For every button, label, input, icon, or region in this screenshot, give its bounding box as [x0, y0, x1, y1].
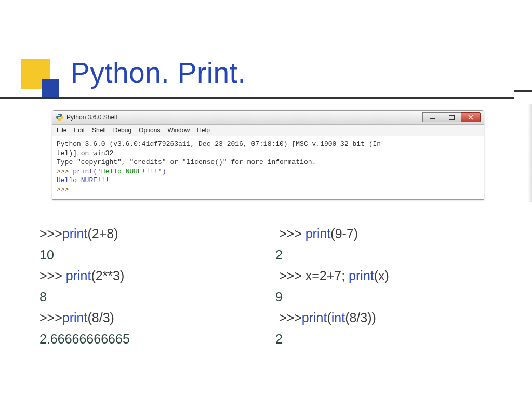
menu-debug[interactable]: Debug	[113, 127, 131, 134]
divider-main	[0, 97, 514, 99]
example-line: >>> print(2**3)	[39, 265, 275, 286]
menu-edit[interactable]: Edit	[74, 127, 85, 134]
menu-file[interactable]: File	[57, 127, 66, 134]
window-titlebar: Python 3.6.0 Shell	[52, 111, 484, 125]
shell-string-arg: 'Hello NURE!!!!'	[97, 168, 162, 175]
shell-banner-line: Python 3.6.0 (v3.6.0:41df79263a11, Dec 2…	[57, 140, 480, 149]
example-result: 10	[39, 244, 275, 266]
window-buttons	[423, 112, 481, 122]
example-result: 2.66666666665	[39, 328, 275, 350]
menu-shell[interactable]: Shell	[92, 127, 106, 134]
shell-output-line: Hello NURE!!!	[57, 176, 480, 185]
accent-square-blue	[42, 79, 59, 97]
example-line: >>> print(9-7)	[275, 223, 511, 244]
slide-title: Python. Print.	[71, 56, 246, 89]
shell-prompt-line: >>>	[57, 185, 480, 195]
example-line: >>>print(int(8/3))	[275, 307, 511, 328]
example-result: 8	[39, 286, 275, 308]
menu-window[interactable]: Window	[167, 127, 190, 134]
shell-banner-line: Type "copyright", "credits" or "license(…	[57, 158, 480, 167]
shell-input-line: >>> print('Hello NURE!!!!')	[57, 167, 480, 176]
code-column-left: >>>print(2+8) 10 >>> print(2**3) 8 >>>pr…	[39, 223, 275, 349]
minimize-button[interactable]	[422, 112, 442, 122]
close-button[interactable]	[461, 112, 481, 122]
python-shell-window: Python 3.6.0 Shell File Edit Shell Debug…	[52, 110, 484, 200]
edge-shadow	[528, 104, 532, 202]
shell-call: print	[73, 168, 93, 175]
code-column-right: >>> print(9-7) 2 >>> x=2+7; print(x) 9 >…	[275, 223, 511, 349]
window-title: Python 3.6.0 Shell	[66, 114, 423, 121]
close-icon	[468, 115, 473, 120]
menu-help[interactable]: Help	[197, 127, 210, 134]
python-icon	[56, 113, 64, 121]
example-result: 2	[275, 244, 511, 266]
example-result: 9	[275, 286, 511, 308]
code-examples: >>>print(2+8) 10 >>> print(2**3) 8 >>>pr…	[39, 223, 511, 349]
maximize-button[interactable]	[442, 112, 461, 122]
shell-prompt: >>>	[57, 168, 69, 175]
divider-side	[514, 90, 532, 92]
shell-output-area[interactable]: Python 3.6.0 (v3.6.0:41df79263a11, Dec 2…	[52, 136, 484, 199]
menu-options[interactable]: Options	[139, 127, 160, 134]
example-line: >>>print(8/3)	[39, 307, 275, 328]
example-result: 2	[275, 328, 511, 350]
menu-bar: File Edit Shell Debug Options Window Hel…	[52, 125, 484, 136]
example-line: >>>print(2+8)	[39, 223, 275, 244]
shell-banner-line: tel)] on win32	[57, 149, 480, 158]
example-line: >>> x=2+7; print(x)	[275, 265, 511, 286]
